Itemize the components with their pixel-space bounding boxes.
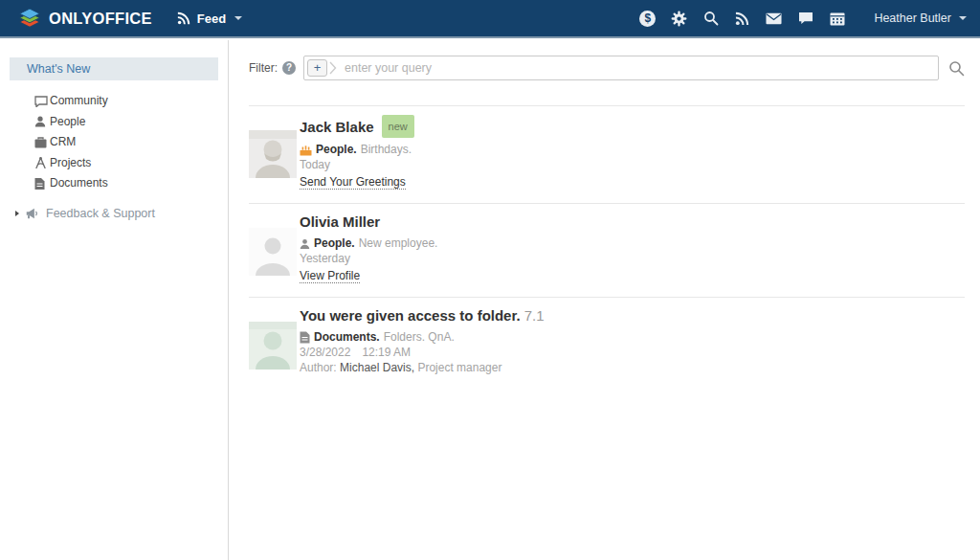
megaphone-icon: [26, 208, 39, 219]
avatar[interactable]: [249, 322, 297, 370]
user-menu[interactable]: Heather Butler: [874, 11, 967, 25]
sidebar-item-label: Documents: [50, 176, 108, 190]
chevron-right-icon: [15, 211, 19, 216]
brand-name: ONLYOFFICE: [49, 10, 152, 28]
chevron-down-icon: [959, 16, 967, 20]
module-selector[interactable]: Feed: [177, 11, 242, 26]
feed-item-title[interactable]: You were given access to folder.: [300, 307, 521, 324]
feed-list: Jack Blakenew People. Birthdays.: [249, 105, 965, 389]
feed-item-module: People.: [314, 236, 355, 251]
document-icon: [300, 331, 310, 344]
feed-item: Olivia Miller People. New employee. Yest…: [249, 203, 965, 297]
filter-bar: Filter: ? +: [249, 56, 965, 80]
dollar-icon[interactable]: $: [639, 11, 656, 27]
search-icon[interactable]: [702, 11, 719, 27]
feed-item-date: Today: [300, 158, 965, 172]
author-name-link[interactable]: Michael Davis,: [340, 361, 414, 374]
main-content: Filter: ? +: [230, 40, 980, 560]
sidebar-item-label: Projects: [50, 156, 91, 169]
feed-item-category: New employee.: [359, 236, 438, 251]
search-icon[interactable]: [948, 60, 965, 77]
talk-icon[interactable]: [797, 11, 813, 27]
top-icons-group: $: [639, 11, 845, 27]
sidebar-item-projects[interactable]: Projects: [0, 153, 228, 174]
send-greetings-link[interactable]: Send Your Greetings: [300, 175, 406, 190]
person-icon: [300, 238, 310, 250]
sidebar-item-crm[interactable]: CRM: [0, 132, 228, 153]
settings-gear-icon[interactable]: [671, 11, 687, 27]
feed-icon: [177, 11, 190, 25]
feedback-support-label: Feedback & Support: [46, 207, 155, 220]
feed-item-category: Birthdays.: [361, 143, 412, 157]
sidebar-item-label: People: [50, 115, 85, 128]
projects-icon: [34, 157, 47, 168]
avatar[interactable]: [249, 228, 297, 276]
crm-icon: [34, 137, 47, 148]
sidebar-item-community[interactable]: Community: [0, 91, 228, 112]
sidebar-item-label: CRM: [50, 135, 76, 148]
logo-layers-icon: [17, 8, 42, 30]
cake-icon: [300, 145, 312, 156]
user-name: Heather Butler: [874, 11, 951, 25]
sidebar: What's New Community People: [0, 40, 229, 560]
sidebar-item-people[interactable]: People: [0, 112, 228, 133]
documents-icon: [34, 177, 45, 190]
feed-item-title-row: You were given access to folder.7.1: [300, 306, 965, 325]
sidebar-item-feedback-support[interactable]: Feedback & Support: [0, 207, 228, 220]
feed-item-title[interactable]: Olivia Miller: [300, 213, 380, 230]
feed-item: You were given access to folder.7.1 Docu…: [249, 297, 965, 389]
feed-item-category: Folders. QnA.: [384, 330, 455, 345]
feed-item-module: People.: [316, 143, 357, 157]
help-icon[interactable]: ?: [282, 61, 296, 75]
feed-item-title[interactable]: Jack Blake: [300, 119, 374, 135]
module-selector-label: Feed: [197, 11, 226, 26]
chevron-down-icon: [234, 16, 242, 20]
feed-item-info: People. New employee.: [300, 236, 965, 251]
feed-item-title-suffix: 7.1: [524, 307, 545, 324]
feed-item-title-row: Jack Blakenew: [300, 115, 965, 138]
sidebar-menu: Community People CRM: [0, 91, 228, 194]
top-navigation-bar: ONLYOFFICE Feed $: [0, 0, 980, 38]
feed-item-datetime: 3/28/202212:19 AM: [300, 346, 965, 360]
view-profile-link[interactable]: View Profile: [300, 269, 360, 283]
avatar[interactable]: [249, 130, 297, 178]
new-badge: new: [382, 115, 414, 138]
feed-item-date: Yesterday: [300, 252, 965, 266]
community-icon: [34, 96, 48, 107]
feed-item-info: Documents. Folders. QnA.: [300, 330, 965, 345]
author-label: Author:: [300, 361, 337, 374]
sidebar-item-documents[interactable]: Documents: [0, 173, 228, 194]
people-icon: [34, 116, 46, 127]
filter-query-input[interactable]: [303, 56, 939, 80]
sidebar-item-label: Community: [50, 94, 108, 107]
feed-item-date: 3/28/2022: [300, 346, 350, 359]
filter-input-wrap: +: [303, 56, 939, 80]
onlyoffice-logo[interactable]: ONLYOFFICE: [17, 8, 152, 30]
feed-item-author-line: Author: Michael Davis, Project manager: [300, 361, 965, 375]
feed-item: Jack Blakenew People. Birthdays.: [249, 105, 965, 203]
feed-item-module: Documents.: [314, 330, 380, 345]
filter-label: Filter:: [249, 61, 278, 75]
chevron-right-icon: [329, 61, 337, 75]
add-filter-button[interactable]: +: [307, 59, 327, 77]
mail-icon[interactable]: [766, 11, 782, 27]
sidebar-item-whats-new[interactable]: What's New: [10, 57, 218, 80]
author-role: Project manager: [417, 361, 501, 374]
feed-item-title-row: Olivia Miller: [300, 213, 965, 232]
feed-item-time: 12:19 AM: [362, 346, 411, 359]
feed-item-info: People. Birthdays.: [300, 143, 965, 157]
feed-icon[interactable]: [734, 11, 750, 27]
calendar-icon[interactable]: [829, 11, 845, 27]
